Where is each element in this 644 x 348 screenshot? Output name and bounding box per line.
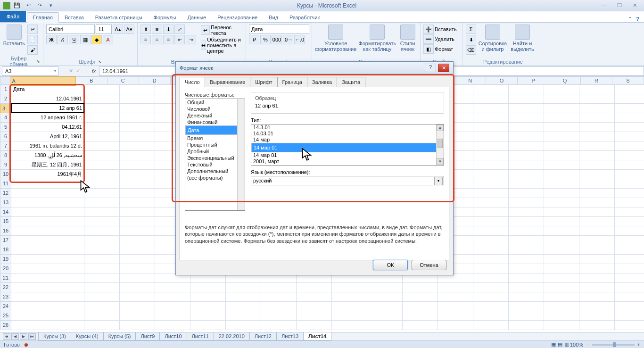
redo-icon[interactable]: ↷ <box>35 1 44 10</box>
cell[interactable] <box>579 198 615 207</box>
cell[interactable] <box>226 292 261 302</box>
sheet-tab[interactable]: Лист9 <box>135 332 160 340</box>
cell[interactable] <box>84 283 120 292</box>
cell[interactable] <box>509 170 544 179</box>
zoom-in-icon[interactable]: + <box>637 342 640 348</box>
cell[interactable] <box>579 104 615 113</box>
cell[interactable] <box>544 207 579 217</box>
category-item[interactable]: Процентный <box>185 141 245 148</box>
cell[interactable] <box>615 207 644 217</box>
cell[interactable] <box>473 217 509 226</box>
cell[interactable] <box>509 160 544 170</box>
row-header[interactable]: 26 <box>0 321 11 330</box>
row-header[interactable]: 6 <box>0 132 11 141</box>
row-header[interactable]: 16 <box>0 226 11 236</box>
cell[interactable] <box>84 123 120 132</box>
undo-icon[interactable]: ↶ <box>24 1 33 10</box>
cell[interactable] <box>332 321 367 330</box>
cell[interactable] <box>403 321 438 330</box>
cell[interactable] <box>579 302 615 311</box>
category-item[interactable]: Экспоненциальный <box>185 155 245 161</box>
row-header[interactable]: 17 <box>0 236 11 245</box>
find-select-button[interactable]: Найти и выделить <box>509 25 536 52</box>
locale-select[interactable]: русский <box>251 176 444 185</box>
cell[interactable] <box>615 151 644 160</box>
sheet-prev-icon[interactable]: ◀ <box>11 333 19 340</box>
tab-layout[interactable]: Разметка страницы <box>90 13 148 22</box>
type-item[interactable]: 2001, март <box>251 158 444 165</box>
cell[interactable] <box>579 217 615 226</box>
row-header[interactable]: 10 <box>0 170 11 179</box>
row-header[interactable]: 2 <box>0 94 11 104</box>
cell[interactable] <box>11 311 84 321</box>
cell[interactable] <box>84 104 120 113</box>
cell[interactable] <box>615 160 644 170</box>
align-left-icon[interactable]: ≡ <box>140 35 151 44</box>
cell[interactable] <box>579 255 615 264</box>
cell[interactable] <box>579 273 615 283</box>
cell[interactable] <box>332 302 367 311</box>
cell[interactable] <box>579 123 615 132</box>
col-header-S[interactable]: S <box>612 76 644 85</box>
cell[interactable] <box>615 170 644 179</box>
tab-review[interactable]: Рецензирование <box>212 13 263 22</box>
cell[interactable] <box>11 226 84 236</box>
font-name-select[interactable]: Calibri <box>46 25 95 34</box>
macro-record-icon[interactable]: ⏺ <box>24 342 29 348</box>
cell[interactable] <box>297 283 332 292</box>
zoom-out-icon[interactable]: − <box>586 342 589 348</box>
row-header[interactable]: 22 <box>0 283 11 292</box>
cell[interactable] <box>579 151 615 160</box>
ribbon-minimize-icon[interactable]: ⌃ <box>628 16 632 22</box>
cell[interactable] <box>473 94 509 104</box>
category-item[interactable]: Дробный <box>185 148 245 155</box>
category-item[interactable]: Текстовый <box>185 161 245 168</box>
view-layout-icon[interactable]: ▤ <box>558 341 562 348</box>
cell[interactable] <box>473 207 509 217</box>
category-item[interactable]: Числовой <box>185 106 245 112</box>
sheet-tab[interactable]: Курсы (5) <box>103 332 136 340</box>
cell[interactable] <box>84 311 120 321</box>
category-item[interactable]: Дополнительный <box>185 168 245 174</box>
cell[interactable] <box>579 245 615 255</box>
dialog-tab[interactable]: Число <box>180 77 205 87</box>
view-normal-icon[interactable]: ▦ <box>551 341 556 348</box>
tab-developer[interactable]: Разработчик <box>284 13 325 22</box>
cell[interactable] <box>332 311 367 321</box>
cell[interactable] <box>367 321 403 330</box>
cell[interactable] <box>544 94 579 104</box>
cell[interactable] <box>84 273 120 283</box>
row-header[interactable]: 11 <box>0 179 11 189</box>
zoom-slider[interactable] <box>592 344 635 346</box>
cell[interactable] <box>11 255 84 264</box>
fx-icon[interactable]: fx <box>89 68 99 74</box>
sheet-tab[interactable]: Лист10 <box>159 332 187 340</box>
align-top-icon[interactable]: ⬆ <box>140 25 151 34</box>
cell[interactable] <box>615 236 644 245</box>
cell[interactable] <box>509 321 544 330</box>
cond-format-button[interactable]: Условное форматирование <box>315 25 356 52</box>
merge-center-button[interactable]: ⬌Объединить и поместить в центре <box>201 37 243 54</box>
type-item[interactable]: 14.3.01 <box>251 124 444 131</box>
type-item[interactable]: 14 мар 01 <box>251 143 444 152</box>
cell[interactable] <box>473 302 509 311</box>
cell[interactable] <box>544 151 579 160</box>
row-header[interactable]: 18 <box>0 245 11 255</box>
category-item[interactable]: Денежный <box>185 112 245 119</box>
cell[interactable] <box>615 123 644 132</box>
cell[interactable] <box>579 226 615 236</box>
cell[interactable] <box>11 292 84 302</box>
cell[interactable] <box>120 245 155 255</box>
cell[interactable] <box>579 170 615 179</box>
tab-insert[interactable]: Вставка <box>59 13 90 22</box>
cell[interactable] <box>403 283 438 292</box>
row-header[interactable]: 24 <box>0 302 11 311</box>
cell[interactable] <box>509 245 544 255</box>
cell[interactable] <box>473 236 509 245</box>
cell[interactable] <box>544 141 579 151</box>
cell[interactable] <box>579 311 615 321</box>
name-box[interactable]: A3 <box>2 66 58 76</box>
cell[interactable] <box>226 321 261 330</box>
cell[interactable]: 1961 m. balandis 12 d. <box>11 141 84 151</box>
cell-styles-button[interactable]: Стили ячеек <box>398 25 417 52</box>
